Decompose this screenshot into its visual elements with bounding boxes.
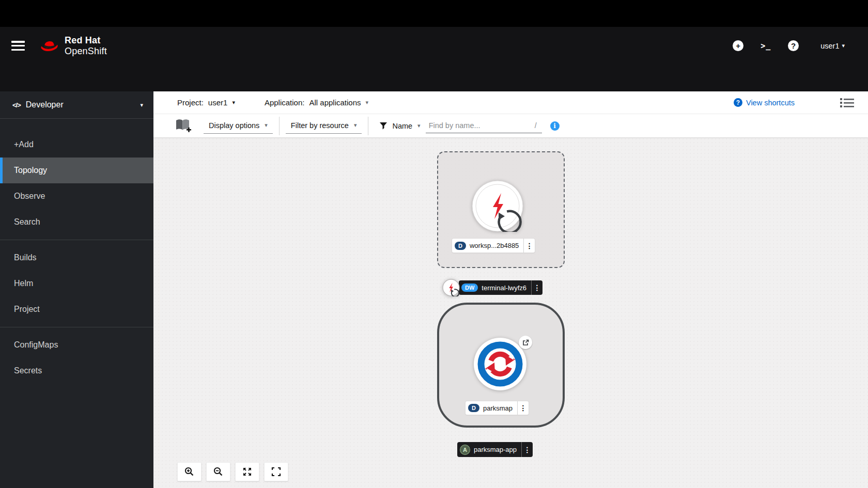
kebab-menu-icon[interactable]: ⋮ — [517, 401, 529, 415]
caret-down-icon: ▾ — [140, 102, 143, 108]
deployment-badge: D — [455, 242, 466, 250]
brand-line2: OpenShift — [65, 46, 107, 56]
caret-down-icon: ▾ — [842, 43, 845, 49]
web-terminal-icon[interactable]: >_ — [761, 41, 771, 51]
zoom-in-button[interactable] — [177, 462, 202, 481]
devworkspace-badge: DW — [461, 284, 478, 292]
perspective-label: Developer — [26, 100, 64, 109]
open-url-decorator[interactable] — [519, 336, 532, 349]
sidebar: </> Developer ▾ +Add Topology Observe Se… — [0, 91, 153, 488]
caret-down-icon: ▾ — [366, 100, 369, 105]
project-label: Project: — [177, 98, 204, 107]
nav-toggle-icon[interactable] — [11, 41, 25, 51]
brand-line1: Red Hat — [65, 35, 107, 45]
workspace-node-label[interactable]: D worksp...2b4885 ⋮ — [452, 239, 535, 253]
nav-divider — [0, 327, 153, 327]
reset-view-button[interactable] — [264, 462, 288, 481]
info-icon[interactable]: i — [550, 121, 560, 131]
user-menu[interactable]: user1 ▾ — [820, 42, 845, 50]
red-hat-icon — [39, 38, 60, 54]
sidebar-item-secrets[interactable]: Secrets — [0, 358, 153, 384]
sidebar-item-observe[interactable]: Observe — [0, 183, 153, 209]
toolbar-separator — [368, 117, 368, 135]
filter-by-resource-dropdown[interactable]: Filter by resource ▾ — [286, 118, 362, 134]
perspective-switcher[interactable]: </> Developer ▾ — [0, 91, 153, 119]
context-bar: Project: user1 ▾ Application: All applic… — [153, 91, 868, 114]
display-options-label: Display options — [209, 121, 259, 130]
workspace-node-name: worksp...2b4885 — [466, 242, 523, 249]
parksmap-node-label[interactable]: D parksmap ⋮ — [466, 401, 529, 415]
application-value: All applications — [309, 98, 361, 107]
find-by-name-input[interactable] — [429, 121, 535, 130]
deployment-badge: D — [468, 404, 479, 412]
project-dropdown[interactable]: Project: user1 ▾ — [177, 98, 235, 107]
main-content: Project: user1 ▾ Application: All applic… — [153, 91, 868, 488]
question-circle-icon: ? — [734, 98, 742, 107]
app-window: Red Hat OpenShift + >_ ? user1 ▾ </> Dev… — [0, 27, 868, 466]
code-icon: </> — [12, 101, 21, 109]
brand-text: Red Hat OpenShift — [65, 35, 107, 56]
devworkspace-icon — [442, 279, 460, 296]
sidebar-item-search[interactable]: Search — [0, 209, 153, 235]
sidebar-item-builds[interactable]: Builds — [0, 245, 153, 271]
toolbar-separator — [279, 117, 280, 135]
find-by-name-box: / — [426, 119, 542, 133]
masthead-utilities: + >_ ? user1 ▾ — [733, 40, 845, 51]
slash-shortcut-hint: / — [535, 121, 537, 130]
kebab-menu-icon[interactable]: ⋮ — [531, 280, 542, 295]
username: user1 — [820, 42, 839, 50]
view-shortcuts-label: View shortcuts — [746, 99, 795, 107]
sidebar-item-topology[interactable]: Topology — [0, 158, 153, 183]
zoom-out-button[interactable] — [206, 462, 230, 481]
external-link-icon — [522, 339, 529, 346]
caret-down-icon: ▾ — [265, 122, 268, 128]
topology-toolbar: Display options ▾ Filter by resource ▾ N… — [153, 114, 868, 137]
caret-down-icon: ▾ — [417, 123, 421, 129]
kebab-menu-icon[interactable]: ⋮ — [523, 239, 535, 253]
workspace-node[interactable] — [472, 180, 523, 232]
filter-by-resource-label: Filter by resource — [291, 121, 349, 130]
view-shortcuts-link[interactable]: ? View shortcuts — [734, 98, 795, 107]
brand-logo[interactable]: Red Hat OpenShift — [39, 35, 107, 56]
sidebar-item-project[interactable]: Project — [0, 296, 153, 322]
masthead: Red Hat OpenShift + >_ ? user1 ▾ — [0, 27, 868, 65]
sidebar-nav: +Add Topology Observe Search Builds Helm… — [0, 132, 153, 384]
sidebar-item-configmaps[interactable]: ConfigMaps — [0, 332, 153, 358]
project-value: user1 — [208, 98, 228, 107]
add-plus-circle-icon[interactable]: + — [733, 40, 743, 51]
name-filter-dropdown[interactable]: Name ▾ — [375, 119, 425, 133]
parksmap-node-name: parksmap — [479, 404, 517, 412]
sidebar-item-helm[interactable]: Helm — [0, 271, 153, 296]
devworkspace-icon — [472, 180, 523, 232]
list-view-icon[interactable] — [840, 98, 854, 108]
name-filter-label: Name — [392, 122, 412, 130]
application-label: Application: — [265, 98, 305, 107]
application-badge: A — [460, 445, 470, 455]
sidebar-item-add[interactable]: +Add — [0, 132, 153, 158]
quick-search-icon[interactable] — [175, 119, 191, 133]
caret-down-icon: ▾ — [232, 100, 235, 105]
kebab-menu-icon[interactable]: ⋮ — [521, 442, 533, 457]
terminal-node-name: terminal-lwyfz6 — [478, 284, 531, 292]
display-options-dropdown[interactable]: Display options ▾ — [204, 118, 273, 134]
topology-canvas[interactable]: D worksp...2b4885 ⋮ DW terminal-lwyfz6 ⋮ — [153, 137, 868, 488]
filter-funnel-icon — [380, 122, 387, 130]
terminal-node[interactable] — [442, 279, 460, 296]
application-group-label[interactable]: A parksmap-app ⋮ — [457, 442, 533, 457]
application-dropdown[interactable]: Application: All applications ▾ — [265, 98, 368, 107]
canvas-controls — [177, 462, 288, 481]
caret-down-icon: ▾ — [354, 122, 357, 128]
terminal-node-label[interactable]: DW terminal-lwyfz6 ⋮ — [459, 280, 542, 295]
fit-to-screen-button[interactable] — [235, 462, 259, 481]
nav-divider — [0, 240, 153, 240]
application-group-name: parksmap-app — [470, 446, 521, 453]
help-icon[interactable]: ? — [788, 40, 799, 51]
